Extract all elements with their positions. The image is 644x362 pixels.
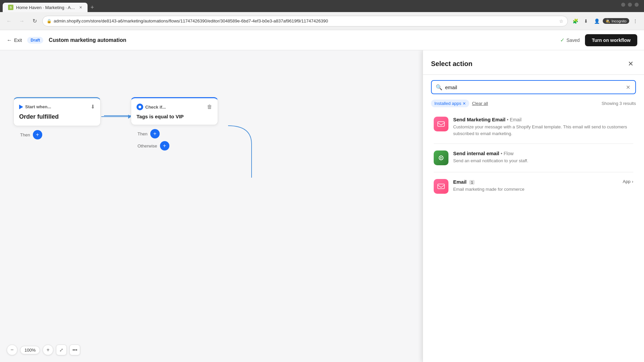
window-controls [621,3,639,7]
lock-icon: 🔒 [47,19,52,23]
app-header: ← Exit Draft Custom marketing automation… [0,30,644,50]
start-download-icon[interactable]: ⬇ [91,104,95,110]
window-close-button[interactable] [635,3,639,7]
check-dot-icon [137,104,143,110]
email-app-desc: Email marketing made for commerce [453,186,618,193]
send-marketing-email-info: Send Marketing Email • Email Customize y… [453,117,633,137]
back-button[interactable]: ← [4,16,14,26]
start-add-button[interactable]: + [33,130,42,139]
forward-button[interactable]: → [17,16,27,26]
arrow-line [101,116,128,117]
email-app-info: Email 1 Email marketing made for commerc… [453,179,618,193]
result-item-email-app[interactable]: Email 1 Email marketing made for commerc… [428,174,639,199]
divider-1 [434,143,633,144]
tab-title: Home Haven · Marketing · Auto... [16,5,76,10]
search-box: 🔍 ✕ [431,80,636,94]
send-marketing-email-name: Send Marketing Email • Email [453,117,633,122]
zoom-level-display: 100% [20,346,40,354]
result-item-send-marketing-email[interactable]: Send Marketing Email • Email Customize y… [428,111,639,142]
search-input[interactable] [445,84,622,90]
panel-close-button[interactable]: ✕ [625,58,636,69]
reload-button[interactable]: ↻ [30,16,40,26]
search-icon: 🔍 [436,84,442,90]
send-marketing-email-icon [434,117,448,131]
divider-2 [434,172,633,172]
send-internal-email-desc: Send an email notification to your staff… [453,158,633,164]
filter-bar: Installed apps ✕ Clear all Showing 3 res… [423,100,644,111]
send-marketing-email-desc: Customize your message with a Shopify Em… [453,124,633,137]
flow-connectors [0,50,262,251]
panel-title: Select action [431,60,472,68]
turn-on-workflow-button[interactable]: Turn on workflow [585,34,637,46]
more-options-button[interactable]: ••• [69,345,80,355]
start-node[interactable]: Start when... ⬇ Order fulfilled [13,97,101,126]
draft-badge: Draft [27,37,43,44]
tab-close-icon[interactable]: ✕ [79,5,82,10]
exit-label: Exit [14,38,22,43]
url-text: admin.shopify.com/store/de8143-a6/market… [54,18,557,23]
filter-tags: Installed apps ✕ Clear all [431,100,488,107]
check-action-icon[interactable]: 🗑 [207,104,212,110]
tab-favicon: S [8,5,13,10]
exit-button[interactable]: ← Exit [7,37,22,43]
active-tab[interactable]: S Home Haven · Marketing · Auto... ✕ [3,3,88,12]
start-then-label: Then [20,132,30,137]
installed-apps-filter[interactable]: Installed apps ✕ [431,100,469,107]
chevron-right-icon: › [632,179,633,184]
send-internal-email-name: Send internal email • Flow [453,150,633,156]
email-app-icon [434,179,448,194]
minimize-button[interactable] [621,3,625,7]
result-item-send-internal-email[interactable]: Send internal email • Flow Send an email… [428,145,639,171]
canvas-area: Start when... ⬇ Order fulfilled Then + [0,50,644,362]
check-node[interactable]: Check if... 🗑 Tags is equal to VIP [131,97,218,125]
search-container: 🔍 ✕ [423,75,644,100]
menu-button[interactable]: ⋮ [631,16,640,26]
incognito-badge: 🕵 Incognito [603,18,629,24]
fit-view-button[interactable]: ⤢ [56,345,67,355]
start-node-title: Start when... [19,104,51,109]
check-otherwise-connector: Otherwise + [138,141,169,150]
saved-indicator: ✓ Saved [560,37,580,43]
zoom-in-button[interactable]: + [43,345,53,355]
svg-rect-2 [438,122,444,126]
clear-search-button[interactable]: ✕ [625,84,631,90]
filter-tag-remove-icon[interactable]: ✕ [463,101,466,106]
filter-tag-label: Installed apps [434,101,461,106]
flow-arrow [101,115,131,119]
downloads-button[interactable]: ⬇ [581,16,591,26]
exit-icon: ← [7,37,12,43]
address-bar[interactable]: 🔒 admin.shopify.com/store/de8143-a6/mark… [42,16,568,26]
action-panel: Select action ✕ 🔍 ✕ Installed apps ✕ Cle… [423,50,644,362]
start-node-content: Order fulfilled [19,113,95,120]
svg-rect-4 [438,184,444,189]
new-tab-button[interactable]: + [88,3,97,12]
send-internal-email-info: Send internal email • Flow Send an email… [453,150,633,164]
extensions-button[interactable]: 🧩 [571,16,580,26]
check-then-add-button[interactable]: + [150,129,160,138]
clear-all-filters-button[interactable]: Clear all [472,101,488,106]
check-label: Check if... [145,105,166,110]
check-node-content: Tags is equal to VIP [137,114,212,119]
saved-check-icon: ✓ [560,37,565,43]
start-node-group: Start when... ⬇ Order fulfilled Then + [13,97,101,139]
check-then-label: Then [138,131,148,136]
start-then-connector: Then + [20,130,42,139]
check-then-connector: Then + [138,129,160,138]
incognito-icon: 🕵 [605,19,610,23]
bookmark-icon[interactable]: ☆ [559,18,564,24]
email-app-badge: 1 [469,180,475,185]
results-count: Showing 3 results [601,101,636,106]
zoom-out-button[interactable]: − [7,345,17,355]
canvas-toolbar: − 100% + ⤢ ••• [7,345,80,355]
maximize-button[interactable] [628,3,632,7]
panel-results: Send Marketing Email • Email Customize y… [423,111,644,362]
check-otherwise-add-button[interactable]: + [160,141,169,150]
saved-label: Saved [567,38,580,43]
play-icon [19,105,23,109]
email-app-arrow: App › [623,179,633,184]
profile-button[interactable]: 👤 [592,16,601,26]
check-node-group: Check if... 🗑 Tags is equal to VIP Then … [131,97,218,150]
start-label: Start when... [25,104,51,109]
app-label: App [623,179,631,184]
send-internal-email-icon [434,150,448,165]
